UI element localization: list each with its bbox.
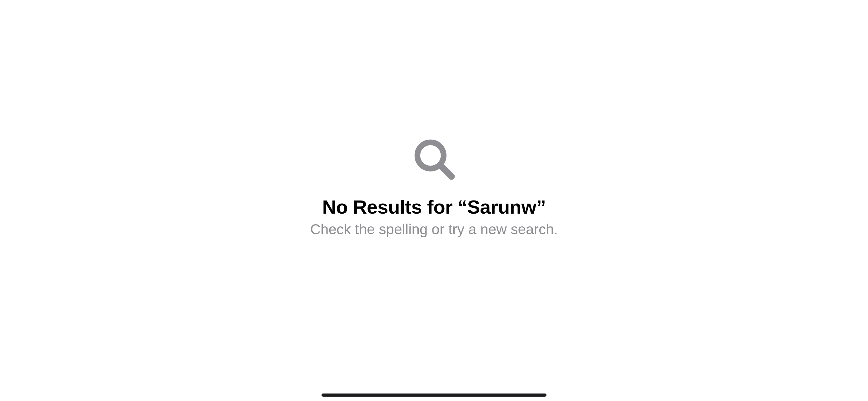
no-results-subtitle: Check the spelling or try a new search. [310,220,558,239]
no-results-title: No Results for “Sarunw” [322,196,546,218]
svg-line-1 [441,166,452,177]
search-icon [412,137,456,181]
home-indicator[interactable] [321,394,547,397]
empty-state: No Results for “Sarunw” Check the spelli… [310,137,558,239]
